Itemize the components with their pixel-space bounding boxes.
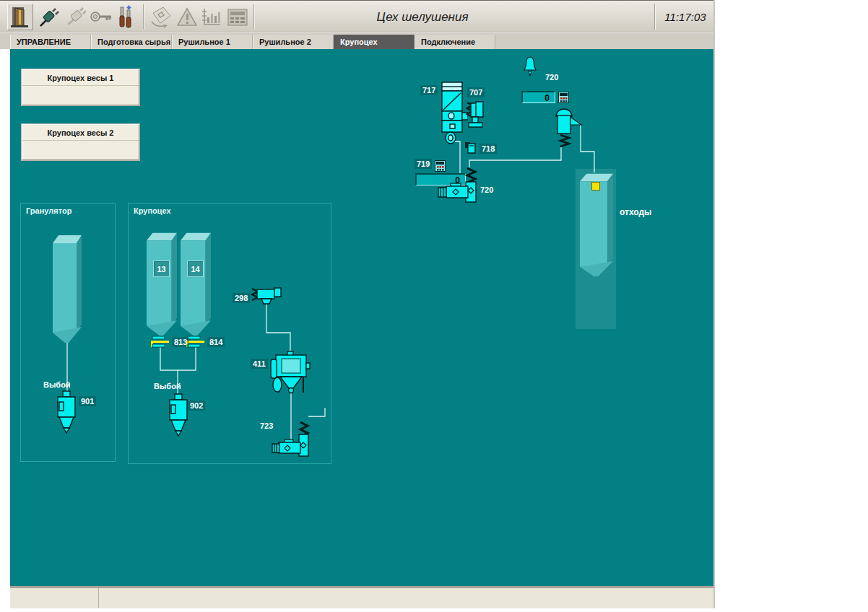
toolbar-separator-2 (253, 4, 255, 29)
disconnect-button[interactable] (64, 4, 90, 30)
machine-411-icon[interactable] (270, 351, 311, 395)
cyclone-901-icon[interactable] (55, 390, 77, 434)
waste-level-indicator (591, 182, 600, 191)
machine-707-icon[interactable] (466, 101, 485, 128)
key-icon (90, 8, 113, 27)
report-button[interactable] (148, 4, 174, 30)
machine-718-icon[interactable] (464, 141, 477, 154)
label-720: 720 (478, 185, 495, 195)
granulator-silo (53, 233, 82, 344)
disconnect-plug-icon (66, 6, 87, 28)
tab-podgotovka-syrya[interactable]: Подготовка сырья (91, 35, 172, 49)
exit-button[interactable] (7, 4, 33, 30)
tools-button[interactable] (113, 4, 139, 30)
exit-door-icon (10, 6, 30, 29)
label-719: 719 (415, 159, 432, 169)
tools-icon (116, 5, 136, 30)
calculator-720-icon[interactable] (558, 92, 569, 103)
alarm-button[interactable] (174, 4, 200, 30)
alarm-triangle-icon (177, 7, 197, 27)
status-bar (10, 586, 713, 608)
mimic-canvas: Крупоцех весы 1 Крупоцех весы 2 Гранулят… (10, 49, 713, 586)
tab-rushilnoe-1[interactable]: Рушильное 1 (172, 35, 253, 49)
waste-label: отходы (617, 206, 654, 218)
key-button[interactable] (88, 4, 114, 30)
machine-723-icon[interactable] (272, 420, 311, 458)
panel-title: Крупоцех весы 2 (22, 125, 139, 141)
page-title: Цех шелушения (311, 1, 534, 33)
machine-718-label: 718 (479, 144, 497, 154)
tab-krupoceh[interactable]: Крупоцех (334, 35, 415, 49)
toolbar: Цех шелушения 11:17:03 (0, 0, 713, 32)
valve-814-label: 814 (207, 337, 225, 347)
machine-717-label: 717 (420, 85, 438, 95)
tab-bar: УПРАВЛЕНИЕ Подготовка сырья Рушильное 1 … (0, 33, 713, 49)
machine-298-icon[interactable] (250, 286, 283, 306)
tab-podklyuchenie[interactable]: Подключение (415, 35, 495, 49)
panel-title: Крупоцех весы 1 (22, 70, 139, 86)
panel-value (22, 86, 139, 105)
outlet-label: Выбой (152, 381, 183, 391)
status-cell-right (100, 588, 713, 608)
machine-720-icon[interactable] (438, 166, 478, 204)
cyclone-902-label: 902 (188, 401, 205, 411)
scada-window: Цех шелушения 11:17:03 УПРАВЛЕНИЕ Подгот… (0, 0, 715, 608)
clock-separator (654, 4, 656, 30)
machine-411-label: 411 (251, 359, 268, 369)
panel-value (22, 141, 139, 159)
outlet-label: Выбой (41, 380, 73, 390)
machine-298-label: 298 (233, 293, 250, 303)
valve-813-icon[interactable] (151, 336, 170, 348)
trend-button[interactable] (199, 4, 225, 30)
machine-717-icon[interactable] (440, 82, 468, 145)
cyclone-902-icon[interactable] (167, 393, 188, 437)
trend-chart-icon (201, 7, 222, 27)
machine-707-label: 707 (467, 87, 485, 97)
status-cell-left (10, 588, 99, 608)
report-doc-icon (149, 6, 173, 29)
silo-14-plate[interactable]: 14 (187, 261, 204, 277)
cyclone-901-label: 901 (79, 396, 96, 406)
connect-button[interactable] (36, 4, 62, 30)
bell-icon[interactable] (523, 56, 537, 76)
silo-13-plate[interactable]: 13 (153, 261, 170, 277)
tab-upravlenie[interactable]: УПРАВЛЕНИЕ (10, 35, 91, 49)
label-720-top: 720 (543, 72, 560, 82)
valve-813-label: 813 (172, 337, 189, 347)
calculator-report-icon (227, 8, 248, 27)
filter-machine-icon[interactable] (552, 105, 582, 149)
calculator-button[interactable] (225, 4, 251, 30)
display-720[interactable]: 0 (521, 91, 555, 103)
toolbar-separator-1 (143, 4, 144, 29)
tab-rushilnoe-2[interactable]: Рушильное 2 (253, 35, 334, 49)
connect-plug-icon (38, 6, 60, 28)
silo-13 (147, 231, 177, 336)
clock: 11:17:03 (657, 1, 713, 33)
silo-14 (181, 231, 211, 336)
group-title: Крупоцех (134, 206, 171, 215)
panel-krupoceh-scales-2: Крупоцех весы 2 (22, 124, 139, 160)
panel-krupoceh-scales-1: Крупоцех весы 1 (22, 69, 139, 105)
